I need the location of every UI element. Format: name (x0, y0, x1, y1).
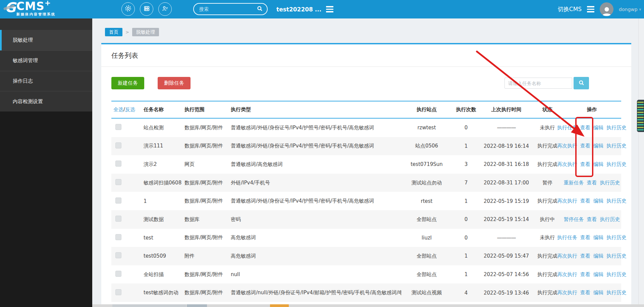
sidebar-item-2[interactable]: 操作日志 (0, 71, 92, 91)
row-action-link[interactable]: 查看 (580, 271, 590, 278)
cell-type: 外链/IPv4/手机号 (229, 180, 401, 186)
row-action-link[interactable]: 执行历史 (606, 198, 627, 204)
row-checkbox[interactable] (115, 124, 121, 130)
row-action-link[interactable]: 执行历史 (606, 290, 627, 296)
breadcrumb-home[interactable]: 首页 (105, 28, 122, 36)
row-action-link[interactable]: 查看 (580, 125, 590, 131)
row-action-link[interactable]: 执行历史 (606, 161, 627, 168)
gear-icon (124, 5, 132, 13)
row-action-link[interactable]: 执行历史 (600, 216, 620, 223)
cell-site: 测试站点勿动 (401, 180, 452, 186)
username-menu[interactable]: dongwp ∨ (619, 7, 641, 12)
settings-nav-button[interactable] (121, 2, 135, 16)
create-task-button[interactable]: 新建任务 (111, 77, 144, 89)
task-search-button[interactable] (574, 77, 589, 89)
main-content: 首页 > 脱敏处理 任务列表 新建任务 删除任务 全选/反选 (92, 18, 644, 307)
row-action-link[interactable]: 编辑 (593, 143, 603, 149)
row-action-link[interactable]: 查看 (587, 216, 597, 223)
delete-task-button[interactable]: 删除任务 (158, 77, 191, 89)
apps-menu-icon[interactable] (587, 6, 594, 12)
cell-type: 普通敏感词/null/外链/身份证号/IPv4/邮箱/护照号/密码/手机号/高危… (229, 290, 401, 296)
cell-last-time: 2022-05-19 15:14 (480, 216, 532, 222)
row-action-link[interactable]: 查看 (580, 143, 590, 149)
cell-count: 1 (452, 143, 480, 149)
row-checkbox[interactable] (115, 271, 121, 277)
row-action-link[interactable]: 再次执行 (557, 143, 577, 149)
cell-last-time: ———— (480, 125, 532, 131)
cell-last-time: 2022-08-31 17:00 (480, 180, 532, 186)
row-checkbox[interactable] (115, 142, 121, 148)
row-action-link[interactable]: 执行历史 (606, 143, 627, 149)
cell-status: 暂停 (532, 180, 562, 186)
user-admin-nav-button[interactable] (158, 2, 172, 16)
select-invert-link[interactable]: 反选 (125, 106, 135, 113)
row-action-link[interactable]: 查看 (580, 253, 590, 259)
row-checkbox[interactable] (115, 198, 121, 204)
row-action-link[interactable]: 编辑 (593, 234, 603, 241)
taskbar-segment (270, 304, 289, 307)
row-checkbox[interactable] (115, 289, 121, 295)
row-action-link[interactable]: 再次执行 (557, 161, 577, 168)
row-checkbox[interactable] (115, 252, 121, 258)
cell-count: 0 (452, 125, 480, 131)
row-action-link[interactable]: 编辑 (593, 125, 603, 131)
row-actions: 再次执行查看编辑执行历史 (562, 143, 621, 149)
sidebar-item-0[interactable]: 脱敏处理 (0, 30, 92, 50)
cell-type: 高危敏感词 (229, 253, 401, 259)
cell-type: null (229, 271, 401, 277)
row-action-link[interactable]: 重新任务 (564, 180, 584, 186)
row-action-link[interactable]: 查看 (580, 234, 590, 241)
cell-last-time: 2022-08-31 16:18 (480, 161, 532, 167)
search-icon (578, 80, 585, 87)
row-action-link[interactable]: 编辑 (593, 290, 603, 296)
row-action-link[interactable]: 查看 (580, 198, 590, 204)
search-icon[interactable] (257, 5, 263, 13)
cell-site: 测试站点视频 (401, 290, 452, 296)
row-action-link[interactable]: 查看 (580, 161, 590, 168)
row-checkbox[interactable] (115, 216, 121, 222)
row-action-link[interactable]: 执行历史 (606, 271, 627, 278)
page-scrollbar[interactable] (638, 18, 644, 307)
row-action-link[interactable]: 执行历史 (606, 253, 627, 259)
cell-scope: 数据库/网页/附件 (182, 143, 229, 149)
modules-nav-button[interactable] (140, 2, 153, 16)
global-search-input[interactable] (199, 6, 257, 12)
row-action-link[interactable]: 查看 (587, 180, 597, 186)
sidebar-item-1[interactable]: 敏感词管理 (0, 50, 92, 71)
row-action-link[interactable]: 执行任务 (557, 125, 577, 131)
row-action-link[interactable]: 编辑 (593, 271, 603, 278)
current-site-label[interactable]: test202208 ... (276, 6, 321, 13)
sidebar-item-3[interactable]: 内容检测设置 (0, 91, 92, 112)
row-action-link[interactable]: 暂停任务 (564, 216, 584, 223)
switch-cms-link[interactable]: 切换CMS (558, 5, 582, 13)
row-action-link[interactable]: 执行历史 (606, 125, 627, 131)
row-action-link[interactable]: 再次执行 (557, 290, 577, 296)
row-action-link[interactable]: 再次执行 (557, 198, 577, 204)
table-header-row: 全选/反选 任务名称 执行范围 执行类型 执行站点 执行次数 上次执行时间 状态… (111, 101, 621, 119)
app-header: G power CMS+ 新媒体内容管理系统 (0, 0, 644, 18)
row-actions: 重新任务查看执行历史 (562, 180, 621, 186)
row-action-link[interactable]: 编辑 (593, 198, 603, 204)
task-table: 全选/反选 任务名称 执行范围 执行类型 执行站点 执行次数 上次执行时间 状态… (111, 101, 621, 302)
cell-scope: 数据库/网页/附件 (182, 125, 229, 131)
select-all-link[interactable]: 全选 (113, 106, 123, 113)
site-menu-icon[interactable] (326, 6, 333, 12)
row-checkbox[interactable] (115, 161, 121, 167)
user-avatar[interactable] (600, 2, 613, 16)
row-action-link[interactable]: 查看 (580, 290, 590, 296)
row-action-link[interactable]: 再次执行 (557, 253, 577, 259)
row-action-link[interactable]: 编辑 (593, 161, 603, 168)
toolbar: 新建任务 删除任务 (111, 77, 621, 89)
cell-task-name: 演示111 (142, 143, 182, 149)
row-checkbox[interactable] (115, 179, 121, 185)
task-name-search-input[interactable] (504, 78, 572, 89)
row-action-link[interactable]: 执行任务 (557, 234, 577, 241)
row-action-link[interactable]: 执行历史 (600, 180, 620, 186)
row-checkbox[interactable] (115, 234, 121, 240)
row-action-link[interactable]: 再次执行 (557, 271, 577, 278)
row-action-link[interactable]: 执行历史 (606, 234, 627, 241)
logo-cms-text: CMS (16, 0, 45, 13)
browser-extension-widget[interactable] (637, 100, 644, 132)
row-action-link[interactable]: 编辑 (593, 253, 603, 259)
table-row: test0509 附件 高危敏感词 全部站点 1 2022-05-09 15:4… (111, 247, 621, 265)
